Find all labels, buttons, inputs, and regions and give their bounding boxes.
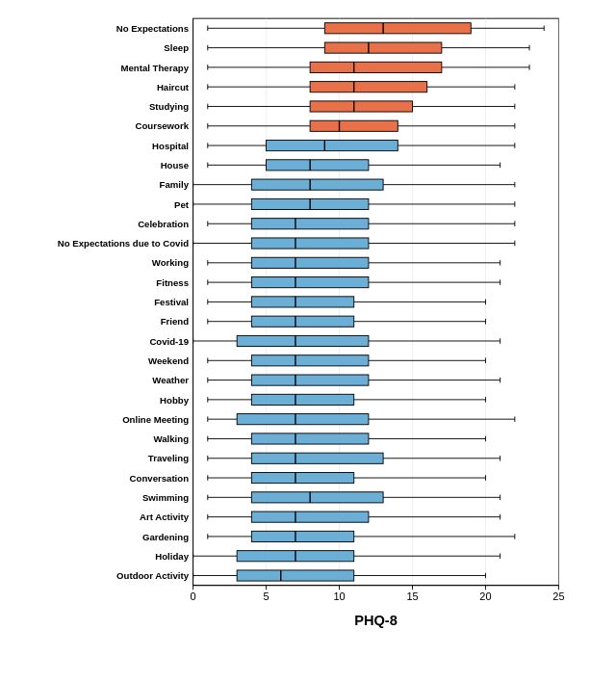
- svg-text:Hospital: Hospital: [152, 141, 189, 151]
- svg-text:Swimming: Swimming: [142, 492, 189, 503]
- svg-text:No Expectations: No Expectations: [116, 23, 189, 34]
- svg-rect-122: [251, 297, 353, 307]
- svg-text:Traveling: Traveling: [148, 453, 189, 463]
- svg-rect-73: [267, 160, 369, 170]
- svg-rect-220: [237, 570, 354, 581]
- svg-text:Family: Family: [160, 179, 190, 190]
- svg-text:Sleep: Sleep: [164, 42, 189, 53]
- svg-rect-171: [251, 433, 369, 444]
- svg-text:15: 15: [406, 590, 418, 602]
- svg-text:Friend: Friend: [161, 316, 189, 327]
- svg-rect-66: [267, 140, 398, 150]
- svg-text:Online Meeting: Online Meeting: [122, 414, 189, 425]
- svg-text:25: 25: [552, 590, 564, 602]
- svg-rect-136: [237, 335, 369, 346]
- svg-rect-94: [251, 219, 369, 229]
- svg-text:Haircut: Haircut: [157, 82, 190, 92]
- svg-text:Fitness: Fitness: [156, 277, 189, 288]
- svg-rect-45: [310, 82, 427, 92]
- svg-text:Conversation: Conversation: [130, 473, 190, 484]
- svg-text:Celebration: Celebration: [138, 219, 189, 229]
- svg-text:House: House: [161, 160, 190, 170]
- svg-text:Covid-19: Covid-19: [149, 336, 189, 347]
- svg-text:Art Activity: Art Activity: [140, 512, 190, 522]
- svg-rect-143: [251, 355, 369, 366]
- svg-rect-129: [251, 316, 353, 327]
- svg-rect-101: [251, 238, 369, 249]
- svg-text:Holiday: Holiday: [155, 551, 189, 562]
- svg-rect-150: [251, 375, 369, 385]
- svg-rect-178: [251, 453, 383, 463]
- svg-text:Working: Working: [152, 257, 189, 268]
- svg-text:Pet: Pet: [174, 199, 190, 210]
- svg-text:Mental Therapy: Mental Therapy: [121, 63, 190, 73]
- svg-rect-24: [324, 23, 471, 34]
- chart-container: 0510152025PHQ-8No ExpectationsSleepMenta…: [0, 0, 616, 682]
- svg-rect-199: [251, 512, 369, 522]
- svg-text:Festival: Festival: [154, 297, 189, 307]
- svg-text:PHQ-8: PHQ-8: [354, 613, 398, 628]
- svg-rect-59: [310, 120, 398, 131]
- svg-rect-164: [237, 414, 369, 425]
- svg-text:20: 20: [479, 590, 491, 602]
- svg-text:Outdoor Activity: Outdoor Activity: [116, 570, 190, 581]
- svg-text:Weekend: Weekend: [148, 355, 189, 366]
- svg-text:5: 5: [264, 590, 270, 602]
- svg-rect-38: [310, 62, 442, 72]
- svg-rect-80: [251, 179, 383, 190]
- svg-text:0: 0: [191, 590, 196, 602]
- svg-text:Studying: Studying: [149, 101, 189, 112]
- svg-text:Weather: Weather: [152, 375, 189, 385]
- svg-text:10: 10: [333, 590, 345, 602]
- svg-text:No Expectations due to Covid: No Expectations due to Covid: [58, 238, 189, 249]
- svg-rect-108: [251, 257, 369, 268]
- svg-text:Walking: Walking: [154, 433, 190, 444]
- svg-text:Coursework: Coursework: [135, 120, 189, 131]
- svg-rect-115: [251, 277, 369, 288]
- svg-text:Gardening: Gardening: [142, 532, 189, 542]
- svg-rect-157: [251, 394, 353, 405]
- svg-rect-52: [310, 101, 412, 112]
- svg-text:Hobby: Hobby: [160, 395, 190, 406]
- svg-rect-192: [251, 492, 383, 503]
- svg-rect-206: [251, 531, 353, 541]
- svg-rect-31: [324, 42, 442, 53]
- svg-rect-185: [251, 472, 353, 483]
